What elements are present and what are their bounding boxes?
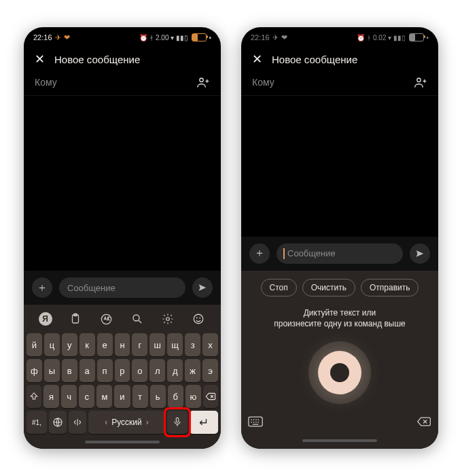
chip-stop[interactable]: Стоп: [261, 279, 297, 296]
keyboard-toolbar: Я: [26, 309, 218, 330]
key-ь[interactable]: ь: [150, 385, 166, 408]
wifi-icon: ▾: [171, 34, 174, 41]
shift-key[interactable]: [26, 385, 41, 408]
message-input[interactable]: Сообщение: [277, 243, 403, 264]
globe-key[interactable]: [49, 411, 67, 434]
search-icon[interactable]: [130, 311, 145, 326]
key-щ[interactable]: щ: [167, 333, 183, 356]
svg-point-8: [200, 318, 200, 318]
battery-icon: [409, 33, 424, 41]
key-л[interactable]: л: [149, 359, 165, 382]
key-ж[interactable]: ж: [185, 359, 200, 382]
status-bar: 22:16 ✈ ❤ ⏰ ᚼ 0.02 ▾ ▮▮▯ •: [241, 27, 438, 46]
home-indicator[interactable]: [302, 439, 377, 442]
key-ц[interactable]: ц: [44, 333, 60, 356]
key-з[interactable]: з: [185, 333, 200, 356]
net-speed: 0.02: [373, 34, 386, 41]
home-indicator[interactable]: [85, 441, 160, 443]
key-м[interactable]: м: [96, 385, 112, 408]
message-input[interactable]: Сообщение: [59, 277, 185, 298]
battery-icon: [192, 33, 207, 41]
bluetooth-icon: ᚼ: [367, 34, 371, 41]
keyboard-row-1: йцукенгшщзх: [26, 333, 218, 356]
settings-icon[interactable]: [160, 311, 175, 326]
keyboard-icon[interactable]: [248, 416, 263, 427]
message-body-area[interactable]: [241, 96, 438, 237]
voice-orb-area: [248, 336, 431, 409]
dot-icon: •: [426, 34, 429, 41]
symbols-key[interactable]: #1,: [26, 411, 47, 434]
yandex-icon[interactable]: Я: [39, 312, 52, 326]
chip-send[interactable]: Отправить: [361, 279, 419, 296]
add-person-icon[interactable]: [414, 76, 427, 88]
key-н[interactable]: н: [115, 333, 130, 356]
voice-hint-text: Диктуйте текст или произнесите одну из к…: [274, 307, 406, 329]
svg-rect-10: [176, 418, 178, 422]
heart-icon: ❤: [281, 33, 287, 42]
clipboard-icon[interactable]: [68, 311, 83, 326]
key-ф[interactable]: ф: [26, 359, 42, 382]
cursor-key[interactable]: [69, 411, 86, 434]
close-icon[interactable]: ✕: [252, 53, 262, 65]
voice-orb[interactable]: [318, 351, 361, 394]
key-п[interactable]: п: [97, 359, 113, 382]
key-э[interactable]: э: [202, 359, 218, 382]
chip-clear[interactable]: Очистить: [302, 279, 355, 296]
status-time: 22:16: [33, 33, 52, 41]
key-а[interactable]: а: [79, 359, 95, 382]
key-д[interactable]: д: [167, 359, 183, 382]
key-ш[interactable]: ш: [149, 333, 165, 356]
status-bar: 22:16 ✈ ❤ ⏰ ᚼ 2.00 ▾ ▮▮▯ •: [24, 27, 221, 46]
key-ч[interactable]: ч: [61, 385, 77, 408]
add-person-icon[interactable]: [196, 76, 210, 88]
keyboard-row-2: фывапролджэ: [26, 359, 218, 382]
message-placeholder: Сообщение: [287, 248, 336, 258]
send-button[interactable]: [410, 243, 430, 264]
key-й[interactable]: й: [26, 333, 42, 356]
svg-point-7: [197, 318, 198, 318]
recipient-row[interactable]: Кому: [241, 69, 438, 96]
key-в[interactable]: в: [62, 359, 77, 382]
screen-header: ✕ Новое сообщение: [241, 46, 438, 69]
key-у[interactable]: у: [62, 333, 77, 356]
key-х[interactable]: х: [202, 333, 218, 356]
alarm-icon: ⏰: [357, 34, 365, 41]
spacebar-label: Русский: [111, 418, 142, 427]
recipient-label: Кому: [252, 77, 274, 88]
key-к[interactable]: к: [79, 333, 95, 356]
svg-point-0: [200, 78, 203, 82]
voice-command-chips: Стоп Очистить Отправить: [261, 279, 419, 296]
signal-icon: ▮▮▯: [176, 34, 188, 41]
status-time: 22:16: [251, 33, 270, 41]
key-я[interactable]: я: [43, 385, 59, 408]
key-ю[interactable]: ю: [185, 385, 201, 408]
translate-icon[interactable]: [99, 311, 113, 326]
keyboard-panel: Я йцукенгшщзх фывапролджэ ячсмитьбю #1,: [24, 305, 221, 449]
key-ы[interactable]: ы: [44, 359, 60, 382]
key-б[interactable]: б: [168, 385, 183, 408]
attach-button[interactable]: ＋: [32, 277, 52, 298]
mic-key[interactable]: [167, 411, 188, 434]
spacebar-key[interactable]: ‹ Русский ›: [88, 411, 165, 434]
backspace-key[interactable]: [203, 385, 218, 408]
key-и[interactable]: и: [114, 385, 130, 408]
close-icon[interactable]: ✕: [35, 53, 45, 65]
enter-key[interactable]: ↵: [190, 411, 218, 434]
key-е[interactable]: е: [97, 333, 113, 356]
key-о[interactable]: о: [132, 359, 147, 382]
attach-button[interactable]: ＋: [249, 243, 270, 264]
send-icon: ✈: [272, 33, 279, 42]
key-р[interactable]: р: [115, 359, 130, 382]
send-button[interactable]: [192, 277, 213, 298]
key-г[interactable]: г: [132, 333, 147, 356]
emoji-icon[interactable]: [191, 311, 206, 326]
heart-icon: ❤: [64, 33, 70, 42]
phone-screen-keyboard: 22:16 ✈ ❤ ⏰ ᚼ 2.00 ▾ ▮▮▯ • ✕ Новое сообщ…: [24, 27, 221, 449]
message-body-area[interactable]: [24, 96, 221, 271]
recipient-row[interactable]: Кому: [24, 69, 221, 96]
key-с[interactable]: с: [79, 385, 94, 408]
key-т[interactable]: т: [132, 385, 148, 408]
dot-icon: •: [209, 34, 211, 41]
backspace-icon[interactable]: [416, 416, 431, 427]
bluetooth-icon: ᚼ: [149, 34, 154, 41]
